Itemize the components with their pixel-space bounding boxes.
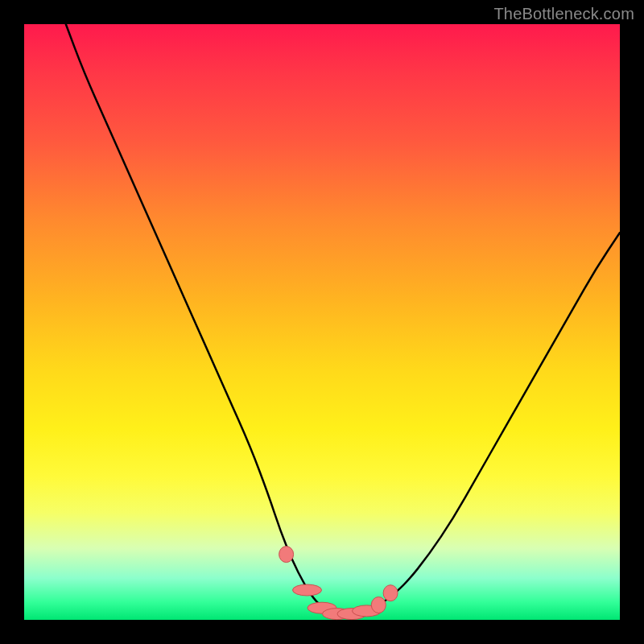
chart-frame: TheBottleneck.com bbox=[0, 0, 644, 644]
marker-blob bbox=[279, 547, 294, 563]
marker-blob bbox=[293, 584, 322, 596]
marker-blob bbox=[371, 597, 386, 613]
gradient-plot-area bbox=[24, 24, 620, 620]
bottleneck-curve bbox=[66, 24, 620, 614]
marker-blob bbox=[383, 585, 398, 601]
watermark-text: TheBottleneck.com bbox=[493, 5, 634, 23]
flat-bottom-markers bbox=[279, 547, 398, 620]
curve-svg bbox=[24, 24, 620, 620]
